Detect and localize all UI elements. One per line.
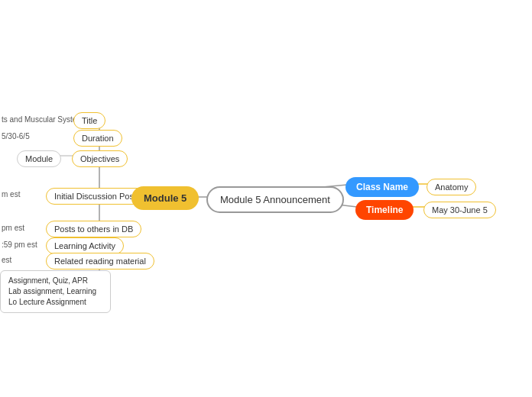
timeline-node[interactable]: Timeline bbox=[355, 200, 414, 220]
initial-disc-node[interactable]: Initial Discussion Post bbox=[46, 188, 144, 205]
label-learning: :59 pm est bbox=[2, 240, 37, 249]
module-label-node[interactable]: Module bbox=[17, 150, 61, 167]
anatomy-node[interactable]: Anatomy bbox=[427, 179, 476, 195]
classname-node[interactable]: Class Name bbox=[345, 177, 419, 197]
may-node[interactable]: May 30-June 5 bbox=[423, 202, 496, 218]
duration-node[interactable]: Duration bbox=[73, 130, 122, 147]
label-title: ts and Muscular System bbox=[2, 115, 83, 124]
posts-node[interactable]: Posts to others in DB bbox=[46, 221, 141, 237]
assignments-node[interactable]: Assignment, Quiz, APR Lab assignment, Le… bbox=[0, 270, 111, 313]
label-disc: m est bbox=[2, 190, 20, 198]
related-node[interactable]: Related reading material bbox=[46, 253, 154, 270]
label-duration: 5/30-6/5 bbox=[2, 132, 30, 140]
label-related: est bbox=[2, 256, 11, 264]
title-node[interactable]: Title bbox=[73, 112, 105, 129]
label-posts: pm est bbox=[2, 224, 24, 232]
announcement-node[interactable]: Module 5 Announcement bbox=[206, 186, 344, 213]
objectives-node[interactable]: Objectives bbox=[72, 150, 128, 167]
learning-node[interactable]: Learning Activity bbox=[46, 237, 124, 254]
module5-node[interactable]: Module 5 bbox=[131, 186, 199, 210]
